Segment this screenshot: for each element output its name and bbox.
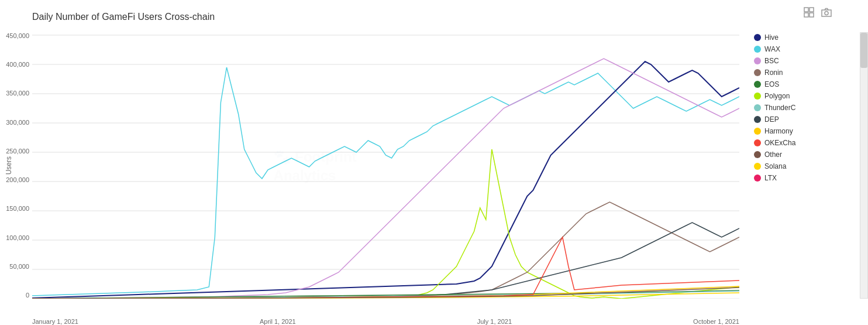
svg-point-4 [825,12,828,15]
legend-item-bsc: BSC [754,56,865,66]
y-axis-ticks: 0 50,000 100,000 150,000 200,000 250,000… [0,32,32,299]
legend-label-ltx: LTX [764,174,777,182]
x-axis-labels: January 1, 2021 April 1, 2021 July 1, 20… [32,318,739,325]
legend-dot-polygon [754,93,761,100]
legend-label-harmony: Harmony [764,127,793,135]
legend-label-other: Other [764,150,782,159]
legend-dot-solana [754,163,761,170]
camera-icon[interactable] [820,6,833,19]
legend-dot-ronin [754,69,761,76]
legend-item-polygon: Polygon [754,91,865,101]
x-tick-jul: July 1, 2021 [477,318,512,325]
legend-dot-harmony [754,128,761,135]
legend-dot-ltx [754,175,761,182]
legend-item-solana: Solana [754,161,865,172]
x-tick-oct: October 1, 2021 [693,318,739,325]
legend-item-other: Other [754,149,865,160]
legend-item-dep: DEP [754,114,865,125]
svg-rect-0 [804,8,808,12]
legend-item-ronin: Ronin [754,67,865,78]
legend-label-wax: WAX [764,45,780,53]
legend-dot-other [754,151,761,158]
legend-item-eos: EOS [754,79,865,90]
legend-dot-eos [754,81,761,88]
legend-dot-thunderc [754,104,761,111]
x-tick-apr: April 1, 2021 [260,318,296,325]
legend-label-dep: DEP [764,115,779,124]
chart-area: 🐾 FootprintAnalytics [32,32,739,299]
legend-item-ltx: LTX [754,173,865,183]
legend-item-wax: WAX [754,44,865,54]
legend-dot-wax [754,46,761,53]
legend-item-hive: Hive [754,32,865,43]
legend-scrollbar[interactable] [860,32,868,299]
legend-dot-hive [754,34,761,41]
svg-rect-3 [810,13,814,17]
legend-label-thunderc: ThunderC [764,104,795,112]
legend-dot-bsc [754,57,761,64]
legend-label-okex: OKExCha [764,139,795,147]
legend-dot-dep [754,116,761,123]
svg-rect-2 [804,13,808,17]
scrollbar-thumb[interactable] [860,33,867,68]
legend-item-thunderc: ThunderC [754,102,865,113]
legend: Hive WAX BSC Ronin EOS Polygon ThunderC [754,32,865,183]
legend-label-eos: EOS [764,80,779,88]
legend-label-ronin: Ronin [764,69,783,77]
expand-icon[interactable] [802,6,815,19]
chart-title: Daily Number of GameFi Users Cross-chain [32,12,215,22]
legend-label-polygon: Polygon [764,92,790,100]
x-tick-jan: January 1, 2021 [32,318,78,325]
legend-dot-okex [754,139,761,146]
legend-item-okex: OKExCha [754,138,865,148]
legend-label-hive: Hive [764,33,779,42]
chart-container: Daily Number of GameFi Users Cross-chain… [0,0,868,325]
legend-label-solana: Solana [764,162,786,170]
legend-label-bsc: BSC [764,57,779,65]
chart-svg [32,32,739,299]
legend-item-harmony: Harmony [754,126,865,136]
toolbar [802,6,833,19]
svg-rect-1 [810,8,814,12]
